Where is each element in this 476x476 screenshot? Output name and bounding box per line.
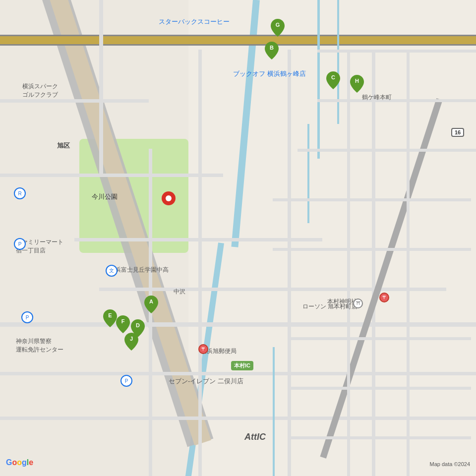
marker-J[interactable]: J <box>124 333 138 351</box>
road-h7 <box>0 416 476 420</box>
stream3 <box>307 124 309 223</box>
marker-H[interactable]: H <box>350 75 364 93</box>
attic-label: AttIC <box>244 432 266 442</box>
road-v1 <box>99 0 103 174</box>
school-icon[interactable]: 文 <box>106 265 118 277</box>
road-v2 <box>198 50 202 476</box>
road-rv2 <box>347 50 350 476</box>
highway-top-inner <box>0 36 476 44</box>
stream4 <box>273 347 275 476</box>
road-rh5 <box>273 248 471 251</box>
parking-icon-3[interactable]: P <box>120 375 132 387</box>
rec-icon[interactable]: R <box>14 187 26 199</box>
main-marker[interactable] <box>162 191 176 209</box>
marker-C[interactable]: C <box>326 71 340 89</box>
road-v3 <box>288 50 291 476</box>
post-icon-2: 〒 <box>198 344 208 354</box>
marker-B[interactable]: B <box>265 42 279 60</box>
road-rh3 <box>298 149 476 152</box>
marker-G[interactable]: G <box>271 19 285 37</box>
marker-A[interactable]: A <box>144 296 158 313</box>
marker-F[interactable]: F <box>116 315 130 333</box>
google-logo: Google <box>6 458 33 467</box>
road-rh1 <box>317 50 476 53</box>
stream2 <box>337 0 339 124</box>
parking-icon-1[interactable]: P <box>14 238 26 250</box>
road-rh2 <box>317 99 476 102</box>
honmura-ic-badge: 本村IC <box>231 361 253 370</box>
marker-E[interactable]: E <box>103 309 117 327</box>
svg-point-1 <box>166 195 172 201</box>
road-rv1 <box>407 50 410 476</box>
road-h2 <box>0 174 223 177</box>
road-rh8 <box>288 436 471 439</box>
post-icon-1: 〒 <box>379 293 389 302</box>
road-rh7 <box>288 387 471 390</box>
shrine-icon: ⛩ <box>353 298 363 308</box>
road-rh4 <box>273 198 471 201</box>
map-container: G B C H A E F <box>0 0 476 476</box>
stream1 <box>317 0 320 159</box>
road-v4 <box>372 50 375 476</box>
parking-icon-2[interactable]: P <box>21 311 33 323</box>
highway-16-badge: 16 <box>451 128 464 137</box>
road-h5 <box>0 322 476 327</box>
road-rh6 <box>288 337 471 340</box>
road-h6 <box>0 372 476 375</box>
road-h1 <box>0 99 149 103</box>
map-data-label: Map data ©2024 <box>430 461 471 467</box>
